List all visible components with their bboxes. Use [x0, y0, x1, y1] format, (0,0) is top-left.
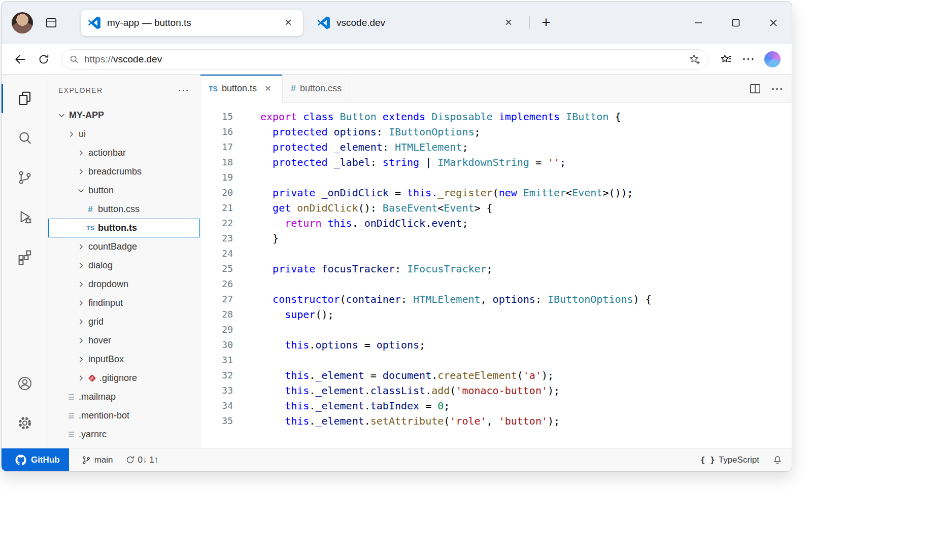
- tree-item-breadcrumbs[interactable]: breadcrumbs: [48, 162, 200, 181]
- editor-more-icon[interactable]: ⋯: [771, 82, 784, 96]
- maximize-button[interactable]: [724, 12, 748, 33]
- tree-item-label: button: [88, 185, 114, 196]
- sync-indicator[interactable]: 0↓ 1↑: [125, 455, 159, 465]
- new-tab-button[interactable]: +: [536, 13, 556, 33]
- chevron-right-icon: [75, 242, 86, 251]
- code-line-27[interactable]: 27 constructor(container: HTMLElement, o…: [200, 292, 792, 307]
- sync-counts: 0↓ 1↑: [138, 455, 159, 465]
- tree-item-button.css[interactable]: #button.css: [48, 200, 200, 219]
- close-tab-icon[interactable]: ×: [281, 15, 296, 30]
- run-debug-activity-icon[interactable]: [2, 197, 48, 237]
- tree-item-hover[interactable]: hover: [48, 331, 200, 350]
- tree-item-button[interactable]: button: [48, 181, 200, 200]
- close-window-button[interactable]: [761, 12, 786, 33]
- branch-indicator[interactable]: main: [81, 455, 113, 465]
- code-line-30[interactable]: 30 this.options = options;: [200, 337, 792, 353]
- address-bar[interactable]: https://vscode.dev: [61, 49, 708, 69]
- copilot-icon[interactable]: [764, 51, 781, 67]
- search-activity-icon[interactable]: [2, 118, 48, 158]
- browser-tab-title: vscode.dev: [336, 17, 501, 28]
- remote-indicator[interactable]: GitHub: [2, 448, 69, 471]
- browser-tab-active[interactable]: my-app — button.ts ×: [81, 10, 303, 36]
- code-line-28[interactable]: 28 super();: [200, 307, 792, 322]
- code-line-22[interactable]: 22 return this._onDidClick.event;: [200, 216, 792, 231]
- chevron-right-icon: [75, 299, 86, 307]
- tree-item-.mailmap[interactable]: .mailmap: [48, 388, 200, 406]
- github-icon: [15, 454, 26, 466]
- source-control-activity-icon[interactable]: [2, 158, 48, 197]
- tree-item-.mention-bot[interactable]: .mention-bot: [48, 406, 200, 425]
- code-line-20[interactable]: 20 private _onDidClick = this._register(…: [200, 185, 792, 200]
- tree-item-findinput[interactable]: findinput: [48, 294, 200, 312]
- tab-divider: [529, 16, 530, 29]
- code-text: get onDidClick(): BaseEvent<Event> {: [233, 200, 493, 216]
- editor-tab-button-ts[interactable]: TS button.ts ×: [200, 75, 283, 102]
- profile-avatar[interactable]: [12, 12, 33, 33]
- settings-gear-icon[interactable]: [2, 403, 48, 443]
- tab-actions-icon[interactable]: [40, 12, 62, 34]
- editor-actions: ⋯: [749, 75, 792, 102]
- line-number: 25: [200, 261, 233, 276]
- code-line-32[interactable]: 32 this._element = document.createElemen…: [200, 368, 792, 383]
- refresh-button[interactable]: [32, 48, 55, 71]
- favorites-icon[interactable]: [715, 48, 738, 71]
- code-line-33[interactable]: 33 this._element.classList.add('monaco-b…: [200, 383, 792, 398]
- code-line-16[interactable]: 16 protected options: IButtonOptions;: [200, 124, 792, 139]
- account-icon[interactable]: [2, 364, 48, 403]
- chevron-right-icon: [75, 167, 86, 176]
- code-line-15[interactable]: 15export class Button extends Disposable…: [200, 109, 792, 124]
- tree-item-.gitignore[interactable]: .gitignore: [48, 369, 200, 388]
- close-editor-tab-icon[interactable]: ×: [262, 83, 274, 95]
- tree-item-label: ui: [79, 129, 86, 139]
- code-line-35[interactable]: 35 this._element.setAttribute('role', 'b…: [200, 413, 792, 429]
- code-line-17[interactable]: 17 protected _element: HTMLElement;: [200, 139, 792, 155]
- code-text: [233, 170, 260, 185]
- tree-item-my-app[interactable]: MY-APP: [48, 106, 200, 125]
- line-number: 15: [200, 109, 233, 124]
- notifications-bell-icon[interactable]: [772, 455, 783, 465]
- code-line-23[interactable]: 23 }: [200, 231, 792, 246]
- explorer-activity-icon[interactable]: [2, 79, 48, 118]
- tree-item-ui[interactable]: ui: [48, 125, 200, 144]
- back-button[interactable]: [9, 48, 32, 71]
- line-number: 20: [200, 185, 233, 200]
- code-line-26[interactable]: 26: [200, 276, 792, 292]
- file-tree: MY-APPuiactionbarbreadcrumbsbutton#butto…: [48, 106, 200, 448]
- line-number: 34: [200, 398, 233, 413]
- code-line-25[interactable]: 25 private focusTracker: IFocusTracker;: [200, 261, 792, 276]
- tree-item-inputbox[interactable]: inputBox: [48, 350, 200, 369]
- code-line-29[interactable]: 29: [200, 322, 792, 337]
- code-line-19[interactable]: 19: [200, 170, 792, 185]
- tree-item-dialog[interactable]: dialog: [48, 256, 200, 275]
- code-line-34[interactable]: 34 this._element.tabIndex = 0;: [200, 398, 792, 413]
- code-text: protected _label: string | IMarkdownStri…: [233, 155, 566, 170]
- tree-item-label: .gitignore: [99, 373, 137, 383]
- add-favorite-icon[interactable]: [689, 53, 701, 65]
- editor-tab-label: button.ts: [222, 83, 257, 94]
- line-number: 31: [200, 353, 233, 368]
- code-line-24[interactable]: 24: [200, 246, 792, 261]
- vscode-logo-icon: [317, 16, 330, 29]
- extensions-activity-icon[interactable]: [2, 237, 48, 276]
- line-number: 27: [200, 292, 233, 307]
- explorer-more-icon[interactable]: ⋯: [178, 84, 190, 97]
- browser-settings-more-icon[interactable]: ⋯: [738, 49, 759, 70]
- code-line-18[interactable]: 18 protected _label: string | IMarkdownS…: [200, 155, 792, 170]
- tree-item-grid[interactable]: grid: [48, 312, 200, 331]
- language-mode[interactable]: { } TypeScript: [700, 455, 759, 465]
- tree-item-dropdown[interactable]: dropdown: [48, 275, 200, 294]
- close-tab-icon[interactable]: ×: [501, 15, 516, 30]
- tree-item-label: button.ts: [98, 223, 137, 233]
- code-editor[interactable]: 15export class Button extends Disposable…: [200, 103, 792, 448]
- minimize-button[interactable]: [686, 12, 711, 33]
- split-editor-icon[interactable]: [749, 82, 762, 95]
- browser-window: my-app — button.ts × vscode.dev × +: [2, 2, 792, 471]
- code-line-21[interactable]: 21 get onDidClick(): BaseEvent<Event> {: [200, 200, 792, 216]
- tree-item-.yarnrc[interactable]: .yarnrc: [48, 425, 200, 444]
- tree-item-countbadge[interactable]: countBadge: [48, 237, 200, 256]
- tree-item-actionbar[interactable]: actionbar: [48, 144, 200, 162]
- tree-item-button.ts[interactable]: TSbutton.ts: [48, 219, 200, 237]
- browser-tab-inactive[interactable]: vscode.dev ×: [310, 10, 523, 36]
- code-line-31[interactable]: 31: [200, 353, 792, 368]
- editor-tab-button-css[interactable]: # button.css: [283, 75, 350, 102]
